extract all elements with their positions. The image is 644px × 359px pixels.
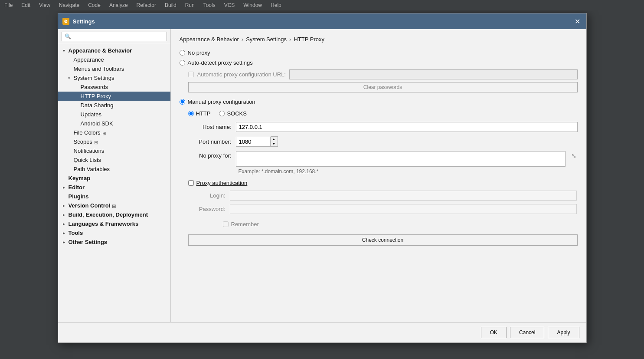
dialog-title-area: ⚙ Settings xyxy=(62,18,95,25)
dialog-body: Appearance & Behavior Appearance Menus a… xyxy=(58,29,586,322)
tree-item-file-colors[interactable]: File Colors xyxy=(58,128,170,137)
tree-label-menus: Menus and Toolbars xyxy=(74,66,124,72)
menu-build[interactable]: Build xyxy=(165,2,177,8)
menu-run[interactable]: Run xyxy=(185,2,195,8)
no-proxy-for-input[interactable] xyxy=(236,151,566,167)
copy-icon-scopes xyxy=(94,139,100,145)
menu-file[interactable]: File xyxy=(4,2,13,8)
host-row: Host name: xyxy=(188,122,578,132)
tree-item-other-settings[interactable]: Other Settings xyxy=(58,237,170,247)
tree-item-appearance-behavior[interactable]: Appearance & Behavior xyxy=(58,46,170,55)
tree-label-keymap: Keymap xyxy=(69,175,91,181)
password-label: Password: xyxy=(195,206,226,212)
tree-label-appearance: Appearance xyxy=(74,56,104,63)
tree-label-file-colors: File Colors xyxy=(74,129,101,136)
menu-view[interactable]: View xyxy=(39,2,50,8)
menu-edit[interactable]: Edit xyxy=(21,2,30,8)
tree-item-android-sdk[interactable]: Android SDK xyxy=(58,119,170,128)
tree-item-quick-lists[interactable]: Quick Lists xyxy=(58,155,170,165)
login-input[interactable] xyxy=(230,191,577,201)
expand-icon-tools xyxy=(62,231,67,236)
settings-dialog: ⚙ Settings ✕ Appearance & Behav xyxy=(58,13,587,343)
close-button[interactable]: ✕ xyxy=(573,17,582,26)
proxy-auth-row[interactable]: Proxy authentication xyxy=(188,180,578,186)
tree-item-appearance[interactable]: Appearance xyxy=(58,55,170,64)
menu-refactor[interactable]: Refactor xyxy=(137,2,156,8)
menu-vcs[interactable]: VCS xyxy=(224,2,235,8)
tree-item-build-execution[interactable]: Build, Execution, Deployment xyxy=(58,210,170,219)
expand-icon-editor xyxy=(62,185,67,190)
dialog-title-text: Settings xyxy=(73,18,95,25)
tree-item-path-variables[interactable]: Path Variables xyxy=(58,165,170,174)
password-row: Password: xyxy=(195,204,578,214)
http-option[interactable]: HTTP xyxy=(188,110,211,117)
tree-item-languages[interactable]: Languages & Frameworks xyxy=(58,219,170,228)
tree-item-editor[interactable]: Editor xyxy=(58,183,170,192)
expand-icon-languages xyxy=(62,221,67,227)
breadcrumb-sep-1: › xyxy=(289,36,291,43)
port-label: Port number: xyxy=(188,138,232,145)
check-connection-button[interactable]: Check connection xyxy=(188,234,578,246)
tree-item-version-control[interactable]: Version Control xyxy=(58,201,170,210)
tree-label-plugins: Plugins xyxy=(69,193,89,200)
expand-textarea-button[interactable]: ⤡ xyxy=(570,152,578,160)
host-input[interactable] xyxy=(236,122,578,132)
breadcrumb-item-2: HTTP Proxy xyxy=(294,36,324,43)
apply-button[interactable]: Apply xyxy=(548,327,579,338)
menu-tools[interactable]: Tools xyxy=(203,2,216,8)
tree-item-tools[interactable]: Tools xyxy=(58,228,170,237)
ide-menubar[interactable]: File Edit View Navigate Code Analyze Ref… xyxy=(0,0,644,10)
breadcrumb-item-0: Appearance & Behavior xyxy=(180,36,239,43)
socks-radio[interactable] xyxy=(219,111,225,116)
tree-item-updates[interactable]: Updates xyxy=(58,110,170,119)
tree-label-appearance-behavior: Appearance & Behavior xyxy=(69,47,132,54)
expand-icon-system xyxy=(67,76,72,81)
clear-passwords-button[interactable]: Clear passwords xyxy=(188,82,578,92)
auto-config-label: Automatic proxy configuration URL: xyxy=(197,71,286,78)
socks-label: SOCKS xyxy=(227,110,247,117)
socks-option[interactable]: SOCKS xyxy=(219,110,247,117)
port-down-button[interactable]: ▼ xyxy=(271,142,278,146)
tree-item-scopes[interactable]: Scopes xyxy=(58,137,170,146)
port-up-button[interactable]: ▲ xyxy=(271,137,278,142)
tree-item-system-settings[interactable]: System Settings xyxy=(58,73,170,82)
menu-navigate[interactable]: Navigate xyxy=(59,2,79,8)
proxy-auth-checkbox[interactable] xyxy=(188,180,194,186)
manual-proxy-option[interactable]: Manual proxy configuration xyxy=(180,99,578,105)
no-proxy-option[interactable]: No proxy xyxy=(180,49,578,56)
auto-config-url-input[interactable] xyxy=(289,69,578,79)
breadcrumb: Appearance & Behavior › System Settings … xyxy=(180,36,578,43)
remember-checkbox[interactable] xyxy=(223,221,229,227)
password-input[interactable] xyxy=(230,204,577,214)
tree-item-keymap[interactable]: Keymap xyxy=(58,174,170,183)
auto-detect-radio[interactable] xyxy=(180,60,185,66)
tree-item-plugins[interactable]: Plugins xyxy=(58,192,170,201)
breadcrumb-sep-0: › xyxy=(242,36,243,43)
tree-item-data-sharing[interactable]: Data Sharing xyxy=(58,101,170,110)
ok-button[interactable]: OK xyxy=(481,327,507,338)
tree-item-menus-toolbars[interactable]: Menus and Toolbars xyxy=(58,64,170,73)
auto-detect-option[interactable]: Auto-detect proxy settings xyxy=(180,59,578,66)
expand-icon-version-control xyxy=(62,203,67,208)
auto-config-checkbox[interactable] xyxy=(188,72,194,77)
tree-content: Appearance & Behavior Appearance Menus a… xyxy=(58,44,170,322)
tree-item-http-proxy[interactable]: HTTP Proxy xyxy=(58,92,170,101)
menu-code[interactable]: Code xyxy=(88,2,101,8)
menu-window[interactable]: Window xyxy=(243,2,262,8)
search-input[interactable] xyxy=(62,32,167,41)
tree-label-system: System Settings xyxy=(74,75,114,81)
menu-analyze[interactable]: Analyze xyxy=(109,2,128,8)
tree-label-data-sharing: Data Sharing xyxy=(81,102,114,109)
remember-row: Remember xyxy=(223,221,578,227)
tree-item-notifications[interactable]: Notifications xyxy=(58,146,170,155)
menu-help[interactable]: Help xyxy=(271,2,281,8)
manual-proxy-radio[interactable] xyxy=(180,99,185,105)
cancel-button[interactable]: Cancel xyxy=(510,327,544,338)
port-input[interactable] xyxy=(236,137,271,147)
auto-config-row: Automatic proxy configuration URL: xyxy=(188,69,578,79)
example-text: Example: *.domain.com, 192.168.* xyxy=(239,168,578,175)
http-radio[interactable] xyxy=(188,111,194,116)
tree-label-notifications: Notifications xyxy=(74,148,105,154)
tree-item-passwords[interactable]: Passwords xyxy=(58,82,170,92)
no-proxy-radio[interactable] xyxy=(180,50,185,56)
